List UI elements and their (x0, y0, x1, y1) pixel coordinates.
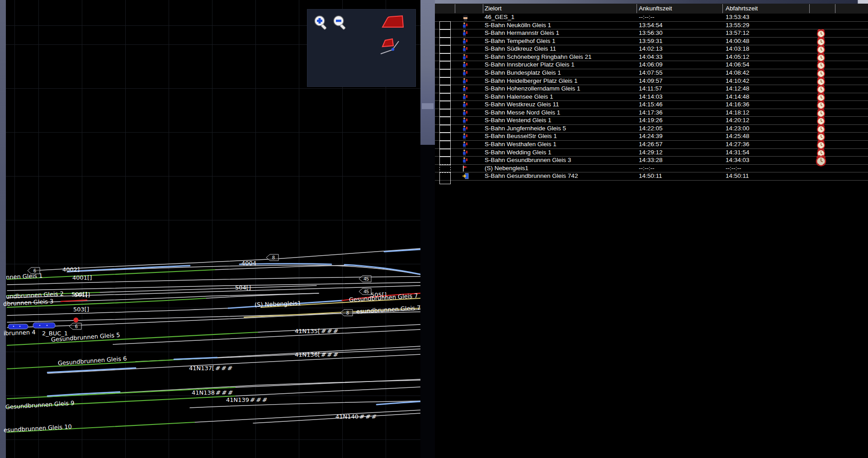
ankunftszeit-cell: 14:19:26 (639, 117, 663, 124)
panel-splitter[interactable] (420, 0, 435, 145)
zielort-cell: S-Bahn Hohenzollerndamm Gleis 1 (485, 85, 580, 93)
train-2-buc-1[interactable] (8, 323, 55, 329)
table-row[interactable]: S-Bahn Bundesplatz Gleis 114:07:5514:08:… (435, 69, 868, 77)
table-row[interactable]: S-Bahn Hohenzollerndamm Gleis 114:11:571… (435, 85, 868, 93)
abfahrtszeit-cell: 13:57:12 (726, 29, 750, 37)
signal-tag[interactable]: 6 (27, 267, 41, 275)
passenger-icon (462, 117, 469, 124)
table-row[interactable]: S-Bahn Heidelberger Platz Gleis 114:09:5… (435, 77, 868, 86)
table-row[interactable]: S-Bahn Hermannstr Gleis 113:56:3013:57:1… (435, 29, 868, 38)
table-row[interactable]: S-Bahn Messe Nord Gleis 114:17:3614:18:1… (435, 109, 868, 117)
ankunftszeit-cell: 14:11:57 (639, 85, 662, 93)
zielort-cell: S-Bahn Jungfernheide Gleis 5 (485, 125, 566, 133)
ankunftszeit-cell: 14:07:55 (639, 69, 663, 77)
table-row[interactable]: S-Bahn Neukölln Gleis 113:54:5413:55:29 (435, 22, 868, 30)
ankunftszeit-cell: 13:56:30 (639, 29, 663, 37)
signal-tag[interactable]: 45 (359, 275, 372, 283)
table-row[interactable]: (S) Nebengleis1--:--:----:--:-- (435, 165, 868, 173)
passenger-icon (462, 94, 469, 100)
zielort-cell: S-Bahn Heidelberger Platz Gleis 1 (485, 77, 578, 85)
abfahrtszeit-cell: 14:50:11 (726, 172, 749, 180)
ankunftszeit-cell: 14:33:28 (639, 157, 663, 164)
column-header-abfahrtszeit[interactable]: Abfahrtszeit (726, 5, 758, 12)
signal-label: 4004 (241, 260, 256, 267)
signal-label: 501[] (74, 291, 90, 298)
panel-top-strip (435, 0, 868, 4)
track-id-label: 41N140### (335, 413, 377, 420)
zoom-in-icon[interactable] (313, 14, 330, 33)
column-header-zielort[interactable]: Zielort (485, 5, 502, 12)
table-row[interactable]: S-Bahn Halensee Gleis 114:14:0314:14:48 (435, 93, 868, 101)
ankunftszeit-cell: 13:59:31 (639, 38, 663, 45)
signal-tag[interactable]: 8 (266, 253, 279, 262)
zielort-cell: (S) Nebengleis1 (485, 165, 528, 172)
table-row[interactable]: S-Bahn Westkreuz Gleis 1114:15:4614:16:3… (435, 101, 868, 109)
zielort-cell: S-Bahn Südkreuz Gleis 11 (485, 45, 556, 53)
ankunftszeit-cell: 14:04:33 (639, 53, 663, 61)
row-checkbox[interactable] (439, 172, 451, 184)
abfahrtszeit-cell: 14:08:42 (726, 69, 750, 77)
signal-tag[interactable]: 45 (359, 287, 372, 296)
abfahrtszeit-cell: --:--:-- (726, 165, 741, 172)
table-row[interactable]: S-Bahn Westhafen Gleis 114:26:5714:27:36 (435, 141, 868, 149)
splitter-grip[interactable] (422, 103, 434, 109)
table-row[interactable]: S-Bahn Wedding Gleis 114:29:1214:31:54 (435, 149, 868, 157)
exit-icon (462, 173, 469, 180)
table-row[interactable]: S-Bahn Westend Gleis 114:19:2614:20:12 (435, 117, 868, 125)
abfahrtszeit-cell: 14:31:54 (726, 149, 750, 157)
column-separator (722, 4, 723, 13)
table-row[interactable]: S-Bahn Südkreuz Gleis 1114:02:1314:03:18 (435, 45, 868, 53)
passenger-icon (462, 86, 469, 92)
abfahrtszeit-cell: 14:06:54 (726, 61, 750, 69)
signal-label: 4001[] (72, 274, 92, 281)
column-separator (483, 4, 483, 13)
red-train-large-icon[interactable] (381, 15, 406, 31)
signal-label: 503[] (73, 306, 89, 313)
table-row[interactable]: S-Bahn Jungfernheide Gleis 514:22:0514:2… (435, 125, 868, 133)
signal-tag[interactable]: 8 (340, 309, 354, 317)
red-train-small-icon[interactable] (380, 36, 407, 60)
zielort-cell: S-Bahn Hermannstr Gleis 1 (485, 29, 559, 37)
passenger-icon (462, 110, 469, 116)
ankunftszeit-cell: 14:02:13 (639, 45, 663, 53)
zielort-cell: S-Bahn Bundesplatz Gleis 1 (485, 69, 561, 77)
track-id-label: 41N136[### (295, 351, 339, 358)
zielort-cell: S-Bahn Neukölln Gleis 1 (485, 22, 551, 29)
table-header: Zielort Ankunftszeit Abfahrtszeit (435, 4, 868, 14)
table-row[interactable]: S-Bahn Gesundbrunnen Gleis 314:33:2814:3… (435, 157, 868, 165)
table-row[interactable]: 46_GES_1--:--:--13:53:43 (435, 14, 868, 22)
table-row[interactable]: S-Bahn Gesundbrunnen Gleis 74214:50:1114… (435, 172, 868, 181)
abfahrtszeit-cell: 14:12:48 (726, 85, 750, 93)
track-id-label: 41N138### (192, 389, 233, 396)
table-row[interactable]: S-Bahn BeusselStr Gleis 114:24:3914:25:4… (435, 133, 868, 141)
track-diagram-canvas[interactable]: 4002] 4001[] 4004 504[] 500[] 501[] 503[… (6, 0, 420, 458)
passenger-icon (462, 54, 469, 61)
passenger-icon (462, 149, 469, 156)
track-id-label: 41N135[### (295, 328, 339, 334)
abfahrtszeit-cell: 14:00:48 (726, 38, 750, 45)
track-label-gleis4: ibrunnen 4 (4, 329, 36, 337)
table-row[interactable]: S-Bahn Schöneberg Ringbahn Gleis 2114:04… (435, 53, 868, 62)
svg-text:45: 45 (363, 276, 369, 281)
zoom-out-icon[interactable] (332, 14, 349, 33)
ankunftszeit-cell: 14:14:03 (639, 93, 663, 101)
signal-tag[interactable]: 6 (69, 322, 82, 330)
abfahrtszeit-cell: 14:20:12 (726, 117, 750, 124)
passenger-icon (462, 22, 469, 29)
zielort-cell: S-Bahn Gesundbrunnen Gleis 3 (485, 157, 571, 164)
svg-text:8: 8 (272, 255, 275, 260)
track-id-label: 41N137[### (189, 365, 233, 372)
abfahrtszeit-cell: 14:25:48 (726, 133, 750, 140)
column-header-ankunftszeit[interactable]: Ankunftszeit (639, 5, 672, 12)
table-rows: 46_GES_1--:--:--13:53:43S-Bahn Neukölln … (435, 14, 868, 181)
ankunftszeit-cell: 14:17:36 (639, 109, 663, 117)
timetable-panel: Zielort Ankunftszeit Abfahrtszeit 46_GES… (435, 0, 868, 458)
zielort-cell: S-Bahn Halensee Gleis 1 (485, 93, 553, 101)
table-row[interactable]: S-Bahn Tempelhof Gleis 113:59:3114:00:48 (435, 38, 868, 46)
table-row[interactable]: S-Bahn Innsbrucker Platz Gleis 114:06:09… (435, 61, 868, 69)
flag-icon (462, 165, 469, 172)
svg-text:6: 6 (33, 268, 36, 273)
driver-icon (462, 14, 469, 21)
passenger-icon (462, 157, 469, 164)
passenger-icon (462, 141, 469, 148)
